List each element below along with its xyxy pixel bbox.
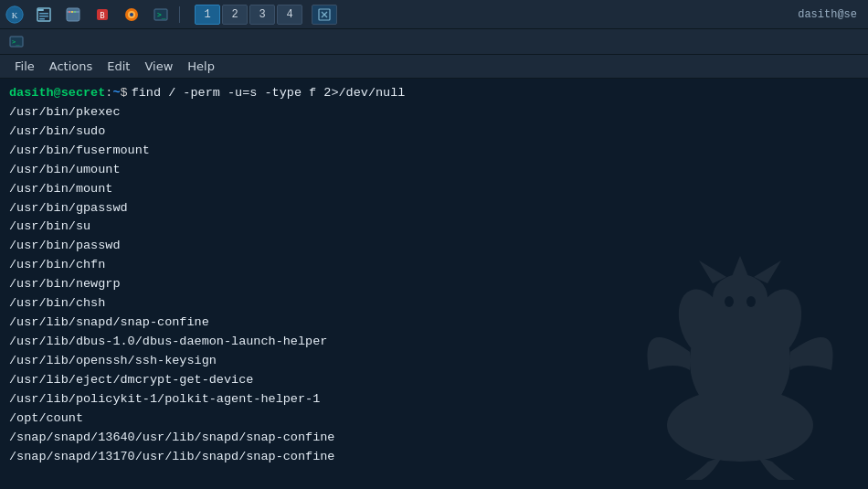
svg-text:B: B [100, 11, 104, 20]
output-line-8: /usr/bin/passwd [9, 237, 859, 256]
output-line-16: /usr/lib/policykit-1/polkit-agent-helper… [9, 390, 859, 409]
menu-help[interactable]: Help [180, 58, 222, 75]
svg-text:>_: >_ [157, 11, 166, 19]
svg-text:K: K [12, 10, 18, 19]
firefox-app-button[interactable] [119, 3, 144, 27]
tab-4[interactable]: 4 [277, 5, 302, 25]
output-line-1: /usr/bin/pkexec [9, 103, 859, 122]
terminal-app-button[interactable]: >_ [148, 3, 174, 27]
svg-text:>_: >_ [12, 38, 20, 46]
menu-edit[interactable]: Edit [100, 58, 137, 75]
terminal-icon: >_ [7, 33, 26, 51]
tab-3[interactable]: 3 [249, 5, 275, 25]
svg-rect-4 [39, 13, 48, 15]
output-line-10: /usr/bin/newgrp [9, 275, 859, 294]
terminal-window: >_ File Actions Edit View Help dasith@se… [0, 29, 868, 489]
terminal-menubar: File Actions Edit View Help [0, 55, 868, 79]
menu-file[interactable]: File [7, 58, 42, 75]
output-line-13: /usr/lib/dbus-1.0/dbus-daemon-launch-hel… [9, 333, 859, 352]
terminal-titlebar: >_ [0, 29, 868, 55]
output-line-11: /usr/bin/chsh [9, 294, 859, 314]
tab-special[interactable] [312, 5, 337, 25]
output-line-6: /usr/bin/gpasswd [9, 199, 859, 218]
menu-view[interactable]: View [137, 58, 180, 75]
svg-point-16 [130, 13, 133, 16]
output-line-15: /usr/lib/eject/dmcrypt-get-device [9, 371, 859, 390]
os-taskbar: K B [0, 0, 868, 29]
tab-1[interactable]: 1 [195, 5, 220, 25]
output-line-12: /usr/lib/snapd/snap-confine [9, 314, 859, 333]
output-line-18: /snap/snapd/13640/usr/lib/snapd/snap-con… [9, 429, 859, 448]
output-line-19: /snap/snapd/13170/usr/lib/snapd/snap-con… [9, 448, 859, 467]
menu-actions[interactable]: Actions [42, 58, 101, 75]
taskbar-apps: B >_ [31, 3, 174, 27]
prompt-user: dasith [9, 84, 54, 103]
prompt-line: dasith@secret:~$ find / -perm -u=s -type… [9, 84, 859, 103]
prompt-path: ~ [112, 84, 120, 103]
terminal-content-area[interactable]: dasith@secret:~$ find / -perm -u=s -type… [0, 79, 868, 489]
output-line-3: /usr/bin/fusermount [9, 142, 859, 161]
kali-logo[interactable]: K [4, 4, 26, 26]
svg-point-11 [74, 11, 76, 13]
svg-rect-6 [39, 18, 45, 20]
prompt-host: secret [61, 84, 106, 103]
output-line-2: /usr/bin/sudo [9, 122, 859, 142]
taskbar-username: dasith@se [798, 8, 864, 21]
svg-rect-7 [67, 8, 79, 21]
prompt-at: @ [54, 84, 61, 103]
output-line-9: /usr/bin/chfn [9, 256, 859, 275]
svg-point-9 [69, 11, 70, 13]
terminal-tabs: 1 2 3 4 [195, 5, 337, 25]
output-line-7: /usr/bin/su [9, 218, 859, 237]
tab-2[interactable]: 2 [222, 5, 248, 25]
prompt-colon: : [105, 84, 112, 103]
taskbar-divider-1 [179, 6, 180, 23]
svg-rect-5 [39, 16, 48, 17]
red-app-button[interactable]: B [90, 3, 115, 27]
output-line-14: /usr/lib/openssh/ssh-keysign [9, 352, 859, 371]
prompt-dollar: $ [121, 84, 128, 103]
output-line-4: /usr/bin/umount [9, 161, 859, 180]
svg-rect-2 [37, 9, 44, 11]
svg-point-10 [71, 11, 73, 13]
output-line-5: /usr/bin/mount [9, 180, 859, 199]
files-app-button[interactable] [31, 3, 57, 27]
prompt-command: find / -perm -u=s -type f 2>/dev/null [132, 84, 406, 103]
output-line-17: /opt/count [9, 409, 859, 429]
browser-app-button[interactable] [60, 3, 86, 27]
